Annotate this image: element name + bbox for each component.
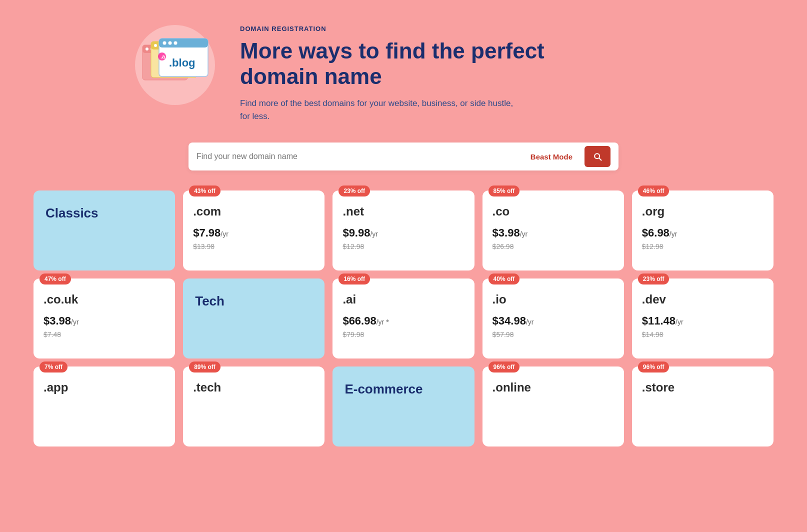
domain-card[interactable]: 46% off.org$6.98/yr$12.98 (632, 190, 774, 270)
beast-mode-button[interactable]: Beast Mode (522, 152, 580, 161)
discount-badge: 7% off (40, 362, 68, 372)
domain-price: $6.98/yr (642, 226, 764, 240)
svg-point-7 (154, 44, 157, 47)
domain-price: $9.98/yr (342, 226, 464, 240)
hero-subtitle: Find more of the best domains for your w… (240, 97, 520, 122)
discount-badge: 89% off (189, 362, 220, 372)
domain-extension: .com (193, 204, 314, 218)
discount-badge: 43% off (189, 186, 220, 196)
domain-extension: .net (342, 204, 464, 218)
domain-price: $66.98/yr * (342, 314, 464, 328)
domain-original-price: $79.98 (342, 330, 464, 338)
domain-price: $7.98/yr (193, 226, 314, 240)
category-card[interactable]: Classics (34, 190, 175, 270)
discount-badge: 96% off (488, 362, 520, 372)
page-wrapper: .blog .a DOMAIN REGISTRATION More ways t… (0, 0, 807, 476)
svg-point-12 (163, 42, 166, 45)
domain-card[interactable]: 43% off.com$7.98/yr$13.98 (183, 190, 324, 270)
svg-rect-11 (159, 38, 208, 48)
blog-svg: .blog .a (140, 38, 210, 92)
discount-badge: 16% off (338, 274, 370, 284)
hero-label: DOMAIN REGISTRATION (240, 25, 550, 32)
domain-original-price: $12.98 (642, 242, 764, 250)
illustration-circle: .blog .a (135, 25, 215, 105)
domain-card[interactable]: 23% off.net$9.98/yr$12.98 (332, 190, 474, 270)
domain-price: $3.98/yr (492, 226, 614, 240)
domain-extension: .dev (642, 292, 764, 306)
search-button[interactable] (584, 146, 610, 167)
hero-section: .blog .a DOMAIN REGISTRATION More ways t… (30, 20, 777, 122)
domain-original-price: $7.48 (44, 330, 165, 338)
search-input[interactable] (196, 152, 522, 161)
domain-original-price: $14.98 (642, 330, 764, 338)
domain-price: $3.98/yr (44, 314, 165, 328)
svg-point-13 (168, 42, 172, 45)
discount-badge: 23% off (338, 186, 370, 196)
domain-extension: .store (642, 380, 764, 394)
svg-text:.a: .a (160, 54, 166, 60)
svg-text:.blog: .blog (169, 56, 196, 69)
domain-grid: Classics43% off.com$7.98/yr$13.9823% off… (34, 190, 774, 446)
domain-extension: .co.uk (44, 292, 165, 306)
domain-price: $11.48/yr (642, 314, 764, 328)
domain-price: $34.98/yr (492, 314, 614, 328)
domain-original-price: $57.98 (492, 330, 614, 338)
category-label: Classics (46, 206, 98, 221)
domain-card[interactable]: 89% off.tech (183, 366, 324, 446)
domain-card[interactable]: 96% off.store (632, 366, 774, 446)
svg-point-14 (174, 42, 178, 45)
domain-card[interactable]: 40% off.io$34.98/yr$57.98 (482, 278, 624, 358)
domain-original-price: $13.98 (193, 242, 314, 250)
domain-extension: .online (492, 380, 614, 394)
category-label: Tech (195, 294, 224, 309)
discount-badge: 46% off (638, 186, 670, 196)
domain-extension: .app (44, 380, 165, 394)
domain-card[interactable]: 23% off.dev$11.48/yr$14.98 (632, 278, 774, 358)
search-icon (592, 152, 602, 162)
hero-text: DOMAIN REGISTRATION More ways to find th… (240, 20, 550, 122)
search-section: Beast Mode (30, 142, 777, 170)
search-bar: Beast Mode (188, 142, 618, 170)
domain-card[interactable]: 7% off.app (34, 366, 175, 446)
domain-original-price: $12.98 (342, 242, 464, 250)
domain-card[interactable]: 85% off.co$3.98/yr$26.98 (482, 190, 624, 270)
category-label: E-commerce (344, 382, 422, 397)
discount-badge: 23% off (638, 274, 670, 284)
domain-card[interactable]: 47% off.co.uk$3.98/yr$7.48 (34, 278, 175, 358)
discount-badge: 47% off (40, 274, 71, 284)
domain-extension: .org (642, 204, 764, 218)
domain-original-price: $26.98 (492, 242, 614, 250)
category-card[interactable]: E-commerce (332, 366, 474, 446)
domain-card[interactable]: 16% off.ai$66.98/yr *$79.98 (332, 278, 474, 358)
domain-extension: .ai (342, 292, 464, 306)
domain-card[interactable]: 96% off.online (482, 366, 624, 446)
svg-point-2 (146, 48, 148, 50)
discount-badge: 96% off (638, 362, 670, 372)
hero-illustration: .blog .a (130, 20, 220, 110)
discount-badge: 40% off (488, 274, 520, 284)
hero-title: More ways to find the perfect domain nam… (240, 38, 550, 89)
category-card[interactable]: Tech (183, 278, 324, 358)
domain-extension: .tech (193, 380, 314, 394)
domain-extension: .io (492, 292, 614, 306)
domain-extension: .co (492, 204, 614, 218)
discount-badge: 85% off (488, 186, 520, 196)
